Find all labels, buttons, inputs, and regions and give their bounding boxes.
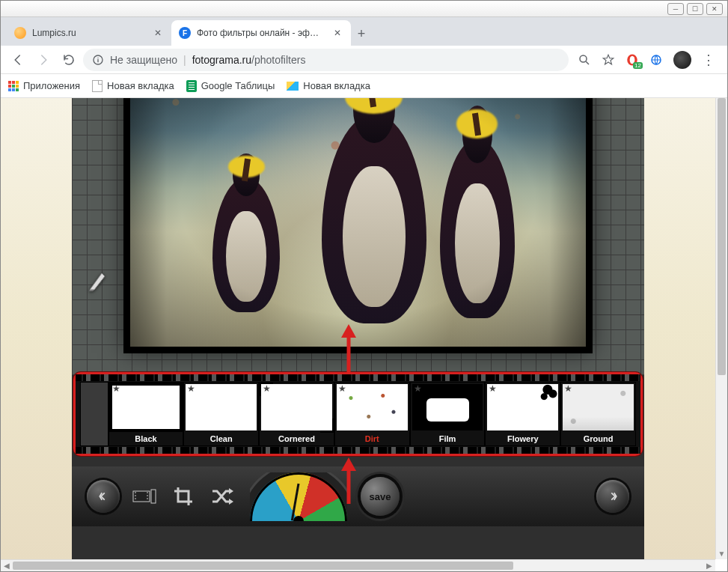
info-icon <box>92 54 104 66</box>
scroll-right-icon[interactable]: ▶ <box>703 560 715 571</box>
new-tab-button[interactable]: + <box>351 23 372 44</box>
scroll-left-icon[interactable]: ◀ <box>1 560 13 571</box>
window-close-button[interactable]: ✕ <box>706 3 723 15</box>
prev-button[interactable] <box>87 480 120 513</box>
photo-subject <box>322 114 426 323</box>
menu-button[interactable]: ⋮ <box>702 52 715 68</box>
frame-option-cornered[interactable]: ★Cornered <box>259 382 334 446</box>
back-button[interactable] <box>7 49 29 71</box>
frame-filmstrip: ★Black ★Clean ★Cornered ★Dirt ★Film ★Flo… <box>73 372 643 456</box>
bookmarks-bar: Приложения Новая вкладка Google Таблицы … <box>1 74 727 98</box>
vertical-scrollbar[interactable]: ▲ ▼ <box>715 98 727 559</box>
favorite-star-icon[interactable]: ★ <box>564 383 572 394</box>
url-text: fotograma.ru/photofilters <box>192 54 306 66</box>
extension-opera-icon[interactable]: 12 <box>625 53 639 67</box>
chevron-right-icon <box>608 491 618 502</box>
tab-fotograma[interactable]: F Фото фильтры онлайн - эффект... ✕ <box>171 20 351 46</box>
tab-close-icon[interactable]: ✕ <box>152 27 164 39</box>
search-icon[interactable] <box>578 53 591 67</box>
window-minimize-button[interactable]: ─ <box>667 3 684 15</box>
tab-title: Lumpics.ru <box>32 28 146 38</box>
window-titlebar: ─ ☐ ✕ <box>1 1 727 17</box>
frame-option-black[interactable]: ★Black <box>108 382 184 446</box>
extension-badge-count: 12 <box>633 62 643 69</box>
profile-avatar[interactable] <box>673 51 691 69</box>
frame-empty-slot[interactable] <box>80 382 108 446</box>
apps-button[interactable]: Приложения <box>8 80 80 91</box>
scrollbar-thumb[interactable] <box>718 98 726 375</box>
window-maximize-button[interactable]: ☐ <box>687 3 703 15</box>
svg-marker-7 <box>341 324 356 338</box>
star-icon[interactable] <box>602 53 615 67</box>
svg-marker-8 <box>341 457 356 471</box>
tab-lumpics[interactable]: Lumpics.ru ✕ <box>7 20 171 46</box>
save-button[interactable]: save <box>361 477 400 516</box>
film-roll-icon[interactable] <box>130 485 159 508</box>
edited-photo[interactable] <box>130 98 586 347</box>
annotation-arrow-icon <box>334 456 364 508</box>
sheets-icon <box>186 80 197 92</box>
crop-icon[interactable] <box>169 485 198 508</box>
address-bar[interactable]: Не защищено | fotograma.ru/photofilters <box>83 49 569 71</box>
frame-option-flowery[interactable]: ★Flowery <box>485 382 560 446</box>
scrollbar-thumb[interactable] <box>13 562 513 570</box>
frame-list: ★Black ★Clean ★Cornered ★Dirt ★Film ★Flo… <box>80 382 636 446</box>
bookmark-item[interactable]: Новая вкладка <box>92 80 174 92</box>
tab-title: Фото фильтры онлайн - эффект... <box>197 28 325 38</box>
chevron-left-icon <box>98 491 108 502</box>
frame-option-clean[interactable]: ★Clean <box>183 382 259 446</box>
svg-rect-6 <box>151 490 156 503</box>
favorite-star-icon[interactable]: ★ <box>187 383 195 394</box>
photo-subject <box>440 139 515 318</box>
favorite-star-icon[interactable]: ★ <box>263 383 271 394</box>
photo-subject <box>212 177 280 312</box>
security-status: Не защищено <box>110 54 177 66</box>
favorite-star-icon[interactable]: ★ <box>338 383 346 394</box>
reload-button[interactable] <box>58 49 80 71</box>
tab-strip: Lumpics.ru ✕ F Фото фильтры онлайн - эфф… <box>1 17 727 46</box>
frame-option-ground[interactable]: ★Ground <box>560 382 636 446</box>
app-frame: ★Black ★Clean ★Cornered ★Dirt ★Film ★Flo… <box>72 98 644 559</box>
color-gauge[interactable] <box>250 466 347 526</box>
horizontal-scrollbar[interactable]: ◀ ▶ <box>1 559 715 571</box>
scroll-down-icon[interactable]: ▼ <box>716 547 727 559</box>
photo-icon <box>287 82 299 91</box>
svg-point-1 <box>580 55 587 62</box>
annotation-arrow-icon <box>334 323 364 378</box>
tab-favicon-icon: F <box>179 27 191 39</box>
tab-favicon-icon <box>14 27 26 39</box>
page-viewport: ★Black ★Clean ★Cornered ★Dirt ★Film ★Flo… <box>1 98 715 559</box>
knife-cursor-icon <box>87 270 109 293</box>
next-button[interactable] <box>596 480 629 513</box>
bookmark-item[interactable]: Новая вкладка <box>287 80 370 91</box>
bookmark-item[interactable]: Google Таблицы <box>186 80 275 92</box>
globe-icon[interactable] <box>649 53 663 67</box>
favorite-star-icon[interactable]: ★ <box>414 383 422 394</box>
apps-grid-icon <box>8 81 19 91</box>
forward-button[interactable] <box>32 49 55 71</box>
frame-option-film[interactable]: ★Film <box>410 382 486 446</box>
photo-frame <box>124 98 592 353</box>
favorite-star-icon[interactable]: ★ <box>112 383 120 394</box>
tab-close-icon[interactable]: ✕ <box>331 27 343 39</box>
toolbar: Не защищено | fotograma.ru/photofilters … <box>1 46 727 74</box>
frame-option-dirt[interactable]: ★Dirt <box>334 382 410 446</box>
favorite-star-icon[interactable]: ★ <box>489 383 497 394</box>
shuffle-icon[interactable] <box>208 485 236 508</box>
document-icon <box>92 80 103 92</box>
